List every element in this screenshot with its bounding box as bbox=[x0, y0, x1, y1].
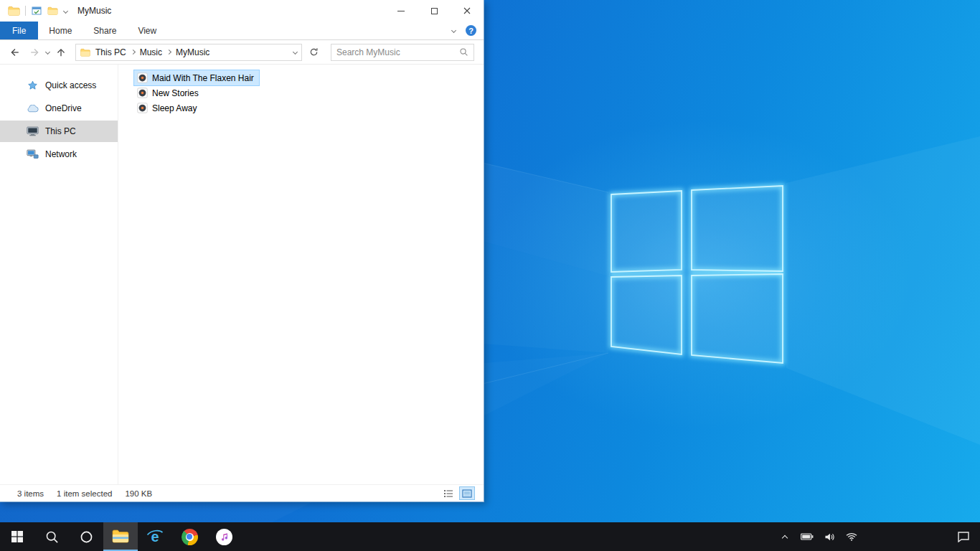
up-button[interactable] bbox=[52, 44, 70, 61]
action-center-button[interactable] bbox=[953, 522, 974, 551]
status-item-count: 3 items bbox=[17, 489, 44, 498]
sidebar-item-label: OneDrive bbox=[45, 103, 82, 113]
status-selection-size: 190 KB bbox=[125, 489, 152, 498]
taskbar-chrome-button[interactable] bbox=[172, 522, 207, 551]
details-view-button[interactable] bbox=[440, 486, 456, 500]
status-bar: 3 items 1 item selected 190 KB bbox=[0, 484, 484, 501]
properties-icon[interactable] bbox=[30, 5, 43, 17]
taskbar-search-button[interactable] bbox=[34, 522, 69, 551]
taskbar-file-explorer-button[interactable] bbox=[103, 522, 138, 551]
start-button[interactable] bbox=[0, 522, 34, 551]
search-icon bbox=[45, 530, 59, 544]
desktop: MyMusic File Home Share View ? bbox=[0, 0, 980, 551]
breadcrumb-mymusic[interactable]: MyMusic bbox=[175, 47, 210, 57]
file-explorer-window: MyMusic File Home Share View ? bbox=[0, 0, 484, 502]
windows-logo bbox=[611, 186, 783, 363]
file-row-sleep-away[interactable]: Sleep Away bbox=[134, 100, 202, 116]
search-box[interactable] bbox=[331, 44, 474, 61]
close-icon bbox=[463, 7, 471, 14]
system-tray bbox=[777, 522, 980, 551]
breadcrumb-chevron-icon[interactable] bbox=[166, 50, 171, 55]
sidebar-item-label: This PC bbox=[45, 126, 76, 136]
speaker-icon bbox=[824, 532, 835, 542]
new-folder-icon[interactable] bbox=[46, 5, 59, 17]
address-bar[interactable]: This PC Music MyMusic bbox=[75, 44, 302, 61]
file-explorer-icon bbox=[112, 529, 129, 543]
back-button[interactable] bbox=[6, 44, 23, 61]
refresh-button[interactable] bbox=[305, 44, 322, 61]
minimize-button[interactable] bbox=[385, 0, 418, 22]
forward-button[interactable] bbox=[26, 44, 43, 61]
star-icon bbox=[26, 80, 39, 91]
sidebar-item-onedrive[interactable]: OneDrive bbox=[0, 98, 118, 119]
file-name: Sleep Away bbox=[152, 103, 197, 113]
help-icon[interactable]: ? bbox=[466, 25, 476, 36]
file-name: Maid With The Flaxen Hair bbox=[152, 73, 254, 83]
windows-start-icon bbox=[11, 531, 23, 542]
battery-tray-button[interactable] bbox=[799, 522, 815, 551]
sidebar-item-network[interactable]: Network bbox=[0, 143, 118, 165]
hidden-icons-chevron[interactable] bbox=[777, 522, 793, 551]
large-icons-view-button[interactable] bbox=[459, 486, 475, 500]
tab-view[interactable]: View bbox=[127, 22, 167, 39]
navigation-bar: This PC Music MyMusic bbox=[0, 40, 484, 65]
search-input[interactable] bbox=[336, 47, 459, 57]
refresh-icon bbox=[309, 47, 319, 57]
customize-quick-access-toolbar-chevron[interactable] bbox=[63, 8, 68, 13]
cloud-icon bbox=[26, 103, 39, 114]
large-icons-view-icon bbox=[462, 489, 472, 498]
minimize-icon bbox=[397, 11, 405, 11]
volume-tray-button[interactable] bbox=[821, 522, 837, 551]
file-name: New Stories bbox=[152, 88, 199, 98]
window-title: MyMusic bbox=[77, 6, 111, 16]
network-tray-button[interactable] bbox=[844, 522, 859, 551]
itunes-icon bbox=[216, 529, 232, 545]
wifi-icon bbox=[846, 532, 857, 541]
file-row-maid-with-the-flaxen-hair[interactable]: Maid With The Flaxen Hair bbox=[134, 70, 259, 85]
sidebar-item-label: Network bbox=[45, 149, 77, 159]
internet-explorer-icon: e bbox=[146, 527, 164, 546]
sidebar-item-this-pc[interactable]: This PC bbox=[0, 121, 118, 142]
quick-access-toolbar-separator bbox=[25, 6, 26, 16]
maximize-button[interactable] bbox=[418, 0, 451, 22]
expand-ribbon-chevron[interactable] bbox=[451, 28, 456, 33]
status-selection: 1 item selected bbox=[57, 489, 112, 498]
sidebar-item-quick-access[interactable]: Quick access bbox=[0, 75, 118, 96]
file-row-new-stories[interactable]: New Stories bbox=[134, 85, 204, 100]
audio-file-icon bbox=[137, 88, 148, 98]
up-arrow-icon bbox=[56, 47, 66, 57]
chrome-icon bbox=[182, 529, 198, 545]
search-icon[interactable] bbox=[459, 47, 468, 57]
maximize-icon bbox=[431, 8, 438, 14]
light-beam bbox=[786, 136, 980, 445]
cortana-icon bbox=[80, 530, 93, 544]
sidebar-item-label: Quick access bbox=[45, 80, 96, 90]
cortana-button[interactable] bbox=[69, 522, 103, 551]
audio-file-icon bbox=[137, 72, 148, 83]
taskbar-itunes-button[interactable] bbox=[207, 522, 241, 551]
taskbar: e bbox=[0, 522, 980, 551]
breadcrumb-chevron-icon[interactable] bbox=[131, 50, 136, 55]
computer-icon bbox=[26, 126, 39, 137]
file-list-pane[interactable]: Maid With The Flaxen Hair New Stories Sl… bbox=[118, 65, 484, 484]
forward-arrow-icon bbox=[29, 47, 40, 57]
ribbon-tab-bar: File Home Share View ? bbox=[0, 22, 484, 40]
network-icon bbox=[26, 149, 39, 160]
details-view-icon bbox=[443, 489, 453, 498]
recent-locations-chevron[interactable] bbox=[45, 50, 50, 55]
breadcrumb-music[interactable]: Music bbox=[139, 47, 163, 57]
audio-file-icon bbox=[137, 103, 148, 113]
navigation-pane: Quick access OneDrive This PC bbox=[0, 65, 118, 484]
tab-share[interactable]: Share bbox=[83, 22, 127, 39]
taskbar-internet-explorer-button[interactable]: e bbox=[138, 522, 172, 551]
breadcrumb-this-pc[interactable]: This PC bbox=[95, 47, 127, 57]
close-button[interactable] bbox=[451, 0, 484, 22]
logo-glow bbox=[482, 121, 913, 430]
window-titlebar[interactable]: MyMusic bbox=[0, 0, 484, 22]
tab-file[interactable]: File bbox=[0, 22, 38, 39]
tab-home[interactable]: Home bbox=[38, 22, 83, 39]
back-arrow-icon bbox=[9, 47, 20, 57]
action-center-icon bbox=[957, 531, 970, 542]
address-dropdown-chevron[interactable] bbox=[293, 50, 298, 55]
explorer-window-icon bbox=[7, 5, 20, 17]
